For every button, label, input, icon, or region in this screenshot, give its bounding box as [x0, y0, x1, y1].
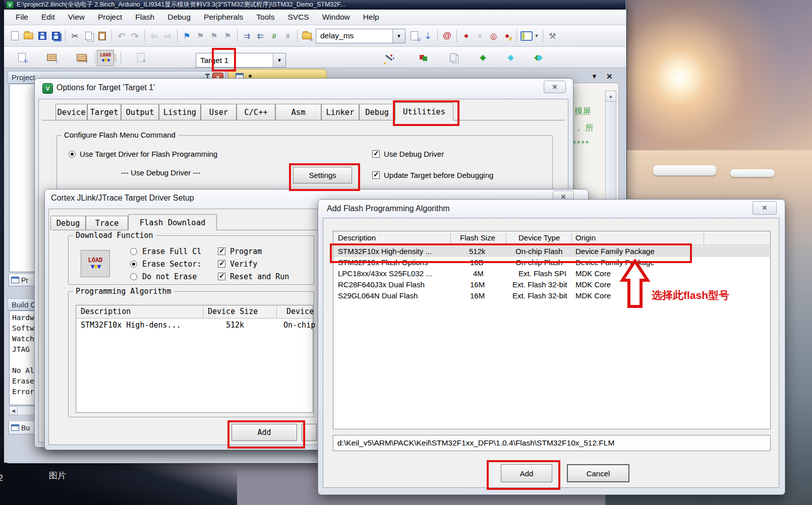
tab-close-icon[interactable]: ✕: [606, 72, 613, 81]
manage-items-icon[interactable]: [417, 50, 430, 64]
paste-icon[interactable]: [95, 29, 109, 43]
tab-device[interactable]: Device: [55, 104, 87, 120]
breakpoint-kill-all-icon[interactable]: ●✗: [500, 29, 514, 43]
configure-wrench-icon[interactable]: ⚒: [546, 29, 559, 43]
erase-sector-radio[interactable]: [130, 261, 137, 268]
search-dropdown-button[interactable]: ▼: [392, 29, 405, 43]
navigate-forward-icon[interactable]: ⇨: [161, 29, 175, 43]
algo-row-type[interactable]: On-chip: [283, 321, 315, 330]
find-icon[interactable]: ⌕: [408, 29, 421, 43]
bookmark-next-icon[interactable]: ⚑: [207, 29, 221, 43]
flash-row-cell[interactable]: 4M: [473, 269, 484, 278]
search-combobox[interactable]: delay_ms ▼: [316, 29, 405, 43]
menu-edit[interactable]: Edit: [35, 13, 62, 22]
options-for-target-icon[interactable]: [381, 52, 396, 68]
verify-checkbox[interactable]: [218, 260, 225, 268]
options-dialog-close-icon[interactable]: ✕: [544, 81, 566, 93]
uncomment-icon[interactable]: //: [281, 29, 295, 43]
menu-project[interactable]: Project: [91, 13, 129, 22]
window-layout-icon[interactable]: [519, 29, 533, 43]
file-extensions-icon[interactable]: [446, 50, 460, 64]
breakpoint-icon[interactable]: ●: [459, 29, 473, 43]
target-combobox[interactable]: Target 1 ▼: [196, 53, 286, 68]
comment-icon[interactable]: //: [267, 29, 281, 43]
tab-utilities[interactable]: Utilities: [395, 102, 453, 120]
incremental-find-icon[interactable]: ⇣: [421, 29, 435, 43]
driver-remove-button-partial[interactable]: [302, 424, 317, 441]
tab-debug[interactable]: Debug: [359, 104, 395, 120]
menu-window[interactable]: Window: [316, 13, 357, 22]
flash-row-cell[interactable]: MDK Core: [575, 269, 611, 278]
add-flash-close-icon[interactable]: ✕: [752, 201, 777, 215]
use-debug-driver-checkbox[interactable]: [372, 150, 380, 158]
flash-row-cell[interactable]: MDK Core: [575, 280, 611, 289]
use-target-driver-radio[interactable]: [69, 151, 76, 158]
build-output-bottom-tab[interactable]: Bu: [9, 421, 36, 434]
program-checkbox[interactable]: [218, 247, 225, 255]
bookmark-prev-icon[interactable]: ⚑: [194, 29, 207, 43]
add-flash-add-button[interactable]: Add: [501, 464, 552, 482]
menu-tools[interactable]: Tools: [250, 13, 281, 22]
flash-row-cell[interactable]: Device Family Package: [575, 247, 655, 256]
stop-build-icon[interactable]: ✕: [134, 50, 148, 64]
save-icon[interactable]: [35, 29, 49, 43]
flash-row-cell[interactable]: 512k: [469, 247, 486, 256]
copy-icon[interactable]: [82, 29, 95, 43]
reset-run-checkbox[interactable]: [218, 273, 225, 280]
breakpoint-enable-all-icon[interactable]: ◎: [487, 29, 500, 43]
unindent-icon[interactable]: ⇇: [254, 29, 267, 43]
algo-row-description[interactable]: STM32F10x High-dens...: [81, 321, 181, 330]
flash-file-path-field[interactable]: d:\Keil_v5\ARM\PACK\Keil\STM32F1xx_DFP\1…: [333, 435, 771, 451]
cut-icon[interactable]: ✂: [68, 29, 82, 43]
project-bottom-tab[interactable]: Pr: [9, 274, 36, 286]
menu-debug[interactable]: Debug: [161, 13, 197, 22]
tab-target[interactable]: Target: [87, 104, 121, 120]
flash-row-cell[interactable]: MDK Core: [575, 291, 611, 300]
tab-driver-debug[interactable]: Debug: [50, 216, 86, 230]
flash-row-cell[interactable]: 16M: [470, 291, 485, 300]
menu-svcs[interactable]: SVCS: [281, 13, 315, 22]
flash-row-cell[interactable]: STM32F10x High-density ...: [338, 247, 432, 256]
window-layout-dropdown-icon[interactable]: ▼: [533, 29, 540, 43]
add-flash-cancel-button[interactable]: Cancel: [567, 464, 629, 482]
scroll-up-icon[interactable]: ▲: [605, 91, 616, 102]
tab-asm[interactable]: Asm: [275, 104, 321, 120]
tab-list-dropdown-icon[interactable]: ▼: [591, 73, 598, 80]
flash-row-cell[interactable]: 16B: [470, 258, 484, 267]
build-icon[interactable]: [45, 50, 59, 64]
component-cyan-icon[interactable]: ◆: [504, 50, 517, 64]
tab-listing[interactable]: Listing: [159, 104, 201, 120]
do-not-erase-radio[interactable]: [130, 273, 137, 280]
download-flash-icon[interactable]: LOAD ▼✱▼: [97, 50, 114, 66]
find-in-files-icon[interactable]: ⌕: [300, 29, 314, 43]
col-flash-description[interactable]: Description: [338, 233, 376, 242]
tab-output[interactable]: Output: [121, 104, 159, 120]
redo-icon[interactable]: ↷: [128, 29, 142, 43]
rebuild-icon[interactable]: [75, 50, 88, 64]
menu-help[interactable]: Help: [357, 13, 386, 22]
scroll-left-icon[interactable]: ◀: [9, 406, 18, 415]
save-all-icon[interactable]: [49, 29, 63, 43]
flash-row-cell[interactable]: On-chip Flash: [515, 247, 562, 256]
breakpoint-disable-icon[interactable]: ●: [473, 29, 487, 43]
tab-user[interactable]: User: [201, 104, 237, 120]
find-target-icon[interactable]: @: [440, 29, 454, 43]
col-device-size[interactable]: Device Size: [208, 307, 258, 316]
tab-linker[interactable]: Linker: [321, 104, 359, 120]
col-description[interactable]: Description: [81, 307, 131, 316]
settings-button[interactable]: Settings: [293, 167, 352, 183]
update-target-checkbox[interactable]: [372, 171, 380, 179]
tab-flash-download[interactable]: Flash Download: [128, 214, 217, 230]
indent-icon[interactable]: ⇉: [240, 29, 254, 43]
menu-file[interactable]: File: [9, 13, 35, 22]
col-flash-size[interactable]: Flash Size: [460, 233, 495, 242]
open-folder-icon[interactable]: [22, 29, 35, 43]
flash-row-cell[interactable]: Ext. Flash 32-bit: [512, 291, 567, 300]
algo-row-size[interactable]: 512k: [226, 321, 244, 330]
translate-icon[interactable]: ↻: [15, 50, 29, 64]
menu-flash[interactable]: Flash: [129, 13, 161, 22]
erase-full-radio[interactable]: [130, 248, 137, 255]
tab-cpp[interactable]: C/C++: [237, 104, 275, 120]
target-dropdown-button[interactable]: ▼: [273, 53, 285, 67]
col-origin[interactable]: Origin: [575, 233, 596, 242]
